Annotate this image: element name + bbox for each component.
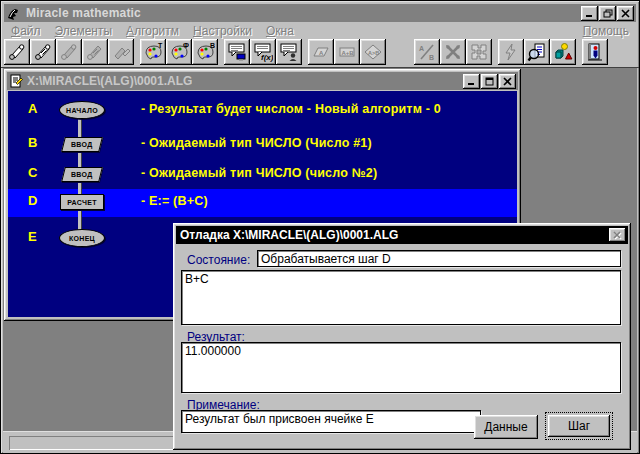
palette-formula-button[interactable]: Ф: [166, 39, 192, 65]
flowchart-step-A[interactable]: A НАЧАЛО - Результат будет числом - Новы…: [8, 97, 517, 123]
lightning-icon: [501, 42, 521, 62]
flowchart-step-B[interactable]: B ВВОД - Ожидаемый тип ЧИСЛО (Число #1): [8, 131, 517, 157]
scroll-pen-disabled-icon: [111, 42, 131, 62]
close-icon: [621, 9, 630, 18]
objects-3d-icon: [553, 42, 573, 62]
svg-text:A+B: A+B: [342, 50, 355, 56]
minimize-button[interactable]: [581, 6, 598, 21]
menu-bar: Файл Элементы Алгоритм Настройки Окна По…: [4, 23, 636, 39]
close-disabled-icon: [613, 231, 622, 240]
lightning-button[interactable]: [498, 39, 524, 65]
debug-dialog-title-bar[interactable]: Отладка X:\MIRACLE\(ALG)\0001.ALG: [176, 226, 628, 244]
scroll-new-icon: [7, 42, 27, 62]
scroll-pen-disabled-button[interactable]: [108, 39, 134, 65]
input-block: ВВОД: [61, 137, 103, 152]
step-letter: C: [28, 165, 46, 180]
algorithm-maximize-button[interactable]: [481, 74, 498, 89]
start-block: НАЧАЛО: [59, 101, 105, 119]
exit-door-icon: [585, 42, 605, 62]
algorithm-minimize-button[interactable]: [463, 74, 480, 89]
bubble-function-button[interactable]: f(x): [250, 39, 276, 65]
result-field[interactable]: 11.000000: [181, 342, 621, 393]
step-letter: B: [28, 135, 46, 150]
debug-close-button[interactable]: [609, 228, 626, 242]
step-description: - Ожидаемый тип ЧИСЛО (число №2): [141, 166, 377, 180]
process-block-button[interactable]: A+B: [334, 39, 360, 65]
minimize-icon: [585, 9, 594, 18]
scroll-open-button[interactable]: [30, 39, 56, 65]
maximize-icon: [485, 77, 494, 86]
menu-elements[interactable]: Элементы: [48, 24, 120, 38]
restore-icon: [603, 9, 613, 18]
fraction-button[interactable]: AB: [414, 39, 440, 65]
main-title-bar: Miracle mathematic: [4, 4, 636, 22]
state-label: Состояние:: [187, 253, 250, 267]
scroll-disabled2-icon: [85, 42, 105, 62]
step-button[interactable]: Шаг: [548, 415, 610, 437]
bubble-function-icon: f(x): [253, 42, 273, 62]
bubble-computer-button[interactable]: [224, 39, 250, 65]
algorithm-window-title-bar[interactable]: X:\MIRACLE\(ALG)\0001.ALG: [7, 72, 518, 90]
palette-text-button[interactable]: T: [140, 39, 166, 65]
objects-3d-button[interactable]: [550, 39, 576, 65]
step-description: - Ожидаемый тип ЧИСЛО (Число #1): [141, 136, 372, 150]
close-icon: [503, 77, 512, 86]
bubble-person-button[interactable]: [276, 39, 302, 65]
toolbar-group-blocks: A A+B A>B: [308, 39, 386, 65]
close-button[interactable]: [617, 6, 634, 21]
menu-help[interactable]: Помощь: [576, 24, 636, 38]
palette-text-icon: T: [143, 42, 163, 62]
note-field[interactable]: Результат был присвоен ячейке E: [181, 410, 481, 433]
restore-button[interactable]: [599, 6, 616, 21]
flowchart-step-D[interactable]: D РАСЧЕТ - E:= (B+C): [8, 189, 517, 215]
debug-dialog: Отладка X:\MIRACLE\(ALG)\0001.ALG Состоя…: [173, 223, 631, 450]
palette-formula-icon: Ф: [169, 42, 189, 62]
scroll-disabled-icon: [59, 42, 79, 62]
algorithm-window-title: X:\MIRACLE\(ALG)\0001.ALG: [27, 74, 192, 88]
debug-dialog-title: Отладка X:\MIRACLE\(ALG)\0001.ALG: [180, 228, 398, 242]
menu-windows[interactable]: Окна: [259, 24, 301, 38]
menu-algorithm[interactable]: Алгоритм: [119, 24, 186, 38]
scroll-new-button[interactable]: [4, 39, 30, 65]
process-block-icon: A+B: [337, 42, 357, 62]
scroll-disabled2-button[interactable]: [82, 39, 108, 65]
puzzle-button[interactable]: [466, 39, 492, 65]
expression-field[interactable]: B+C: [181, 270, 621, 325]
algorithm-close-button[interactable]: [499, 74, 516, 89]
step-letter: D: [28, 193, 46, 208]
data-button[interactable]: Данные: [474, 415, 538, 439]
svg-text:A: A: [319, 50, 324, 56]
toolbar-group-dialogs: f(x): [224, 39, 302, 65]
svg-text:B: B: [210, 42, 215, 49]
menu-file[interactable]: Файл: [4, 24, 48, 38]
palette-input-button[interactable]: B: [192, 39, 218, 65]
search-document-button[interactable]: [524, 39, 550, 65]
bubble-person-icon: [279, 42, 299, 62]
scroll-disabled-button[interactable]: [56, 39, 82, 65]
svg-text:T: T: [158, 42, 163, 49]
puzzle-icon: [469, 42, 489, 62]
toolbar-group-exit: [582, 39, 608, 65]
parallelogram-block-icon: A: [311, 42, 331, 62]
minimize-icon: [467, 77, 476, 86]
toolbar-group-palettes: T Ф B: [140, 39, 218, 65]
cross-arrows-button[interactable]: [440, 39, 466, 65]
cross-arrows-icon: [443, 42, 463, 62]
scroll-open-icon: [33, 42, 53, 62]
search-document-icon: [527, 42, 547, 62]
fraction-icon: AB: [417, 42, 437, 62]
decision-block-button[interactable]: A>B: [360, 39, 386, 65]
svg-text:A: A: [419, 45, 424, 52]
state-field[interactable]: Обрабатывается шаг D: [257, 250, 621, 267]
palette-input-icon: B: [195, 42, 215, 62]
svg-text:A>B: A>B: [368, 50, 379, 56]
exit-door-button[interactable]: [582, 39, 608, 65]
application-window: Miracle mathematic Файл Элементы Алгорит…: [0, 0, 640, 454]
step-letter: A: [28, 101, 46, 116]
menu-settings[interactable]: Настройки: [186, 24, 259, 38]
flowchart-step-C[interactable]: C ВВОД - Ожидаемый тип ЧИСЛО (число №2): [8, 161, 517, 187]
end-block: КОНЕЦ: [59, 229, 105, 247]
svg-text:B: B: [429, 54, 434, 61]
parallelogram-block-button[interactable]: A: [308, 39, 334, 65]
step-description: - E:= (B+C): [141, 194, 208, 208]
